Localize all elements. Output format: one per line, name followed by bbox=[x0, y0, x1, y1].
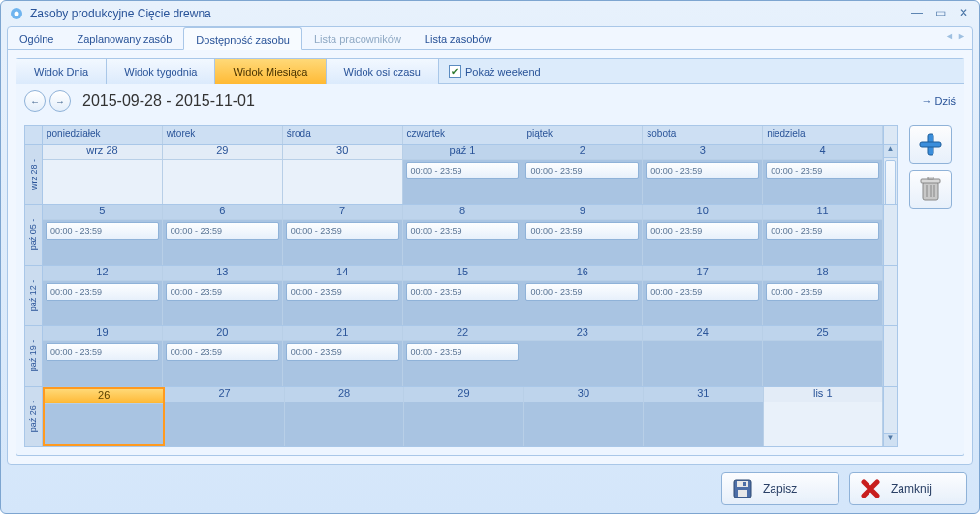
calendar-cell[interactable]: 700:00 - 23:59 bbox=[283, 205, 403, 264]
view-tab-1[interactable]: Widok tygodnia bbox=[107, 59, 215, 84]
main-tab-2[interactable]: Dostępność zasobu bbox=[183, 27, 302, 50]
calendar-cell[interactable]: 2100:00 - 23:59 bbox=[283, 326, 403, 385]
add-button[interactable] bbox=[909, 125, 952, 164]
calendar-cell[interactable]: 800:00 - 23:59 bbox=[403, 205, 523, 264]
close-button[interactable]: Zamknij bbox=[849, 472, 967, 505]
day-number: 7 bbox=[283, 205, 402, 220]
calendar-cell[interactable]: 24 bbox=[643, 326, 763, 385]
calendar-cell[interactable]: wrz 28 bbox=[43, 145, 163, 204]
day-number: 14 bbox=[283, 266, 402, 281]
calendar-cell[interactable]: 1000:00 - 23:59 bbox=[643, 205, 763, 264]
calendar-cell[interactable]: 31 bbox=[644, 387, 763, 446]
availability-entry[interactable]: 00:00 - 23:59 bbox=[46, 343, 159, 361]
view-tab-0[interactable]: Widok Dnia bbox=[16, 59, 107, 84]
calendar-cell[interactable]: 1600:00 - 23:59 bbox=[522, 266, 643, 325]
calendar-cell[interactable]: 28 bbox=[285, 387, 404, 446]
close-window-button[interactable]: ✕ bbox=[956, 7, 971, 20]
vertical-scrollbar[interactable]: ▲ bbox=[883, 145, 897, 204]
tab-next-icon[interactable]: ► bbox=[957, 31, 966, 45]
day-number: 12 bbox=[43, 266, 162, 281]
calendar-cell[interactable]: 1200:00 - 23:59 bbox=[43, 266, 163, 325]
calendar-cell[interactable]: 1300:00 - 23:59 bbox=[163, 266, 283, 325]
maximize-button[interactable]: ▭ bbox=[933, 7, 948, 20]
calendar-cell[interactable]: 200:00 - 23:59 bbox=[522, 145, 643, 204]
calendar-cell[interactable]: 23 bbox=[522, 326, 643, 385]
calendar-cell[interactable]: 26 bbox=[43, 387, 165, 446]
scroll-up-icon[interactable]: ▲ bbox=[884, 145, 897, 158]
next-period-button[interactable]: → bbox=[49, 90, 71, 112]
calendar-cell[interactable]: 1100:00 - 23:59 bbox=[763, 205, 883, 264]
calendar-cell[interactable]: 1800:00 - 23:59 bbox=[763, 266, 883, 325]
calendar-cell[interactable]: 1900:00 - 23:59 bbox=[43, 326, 163, 385]
availability-entry[interactable]: 00:00 - 23:59 bbox=[286, 343, 399, 361]
calendar-cell[interactable]: 500:00 - 23:59 bbox=[43, 205, 163, 264]
calendar-cell[interactable]: 1400:00 - 23:59 bbox=[283, 266, 403, 325]
availability-entry[interactable]: 00:00 - 23:59 bbox=[46, 283, 159, 301]
availability-entry[interactable]: 00:00 - 23:59 bbox=[166, 222, 279, 240]
availability-entry[interactable]: 00:00 - 23:59 bbox=[286, 283, 399, 301]
availability-entry[interactable]: 00:00 - 23:59 bbox=[166, 343, 279, 361]
save-label: Zapisz bbox=[763, 482, 797, 496]
scroll-down-icon[interactable]: ▼ bbox=[884, 433, 897, 446]
availability-entry[interactable]: 00:00 - 23:59 bbox=[286, 222, 399, 240]
calendar-cell[interactable]: 30 bbox=[283, 145, 403, 204]
availability-entry[interactable]: 00:00 - 23:59 bbox=[766, 162, 879, 179]
day-number: 27 bbox=[165, 387, 283, 402]
day-number: paź 1 bbox=[403, 145, 522, 160]
vertical-scrollbar[interactable] bbox=[883, 205, 897, 264]
calendar-cell[interactable]: paź 100:00 - 23:59 bbox=[403, 145, 523, 204]
availability-entry[interactable]: 00:00 - 23:59 bbox=[646, 162, 759, 179]
main-tab-0[interactable]: Ogólne bbox=[8, 27, 65, 50]
availability-entry[interactable]: 00:00 - 23:59 bbox=[646, 283, 759, 301]
vertical-scrollbar[interactable] bbox=[883, 326, 897, 385]
availability-entry[interactable]: 00:00 - 23:59 bbox=[766, 222, 879, 240]
vertical-scrollbar[interactable]: ▼ bbox=[883, 387, 897, 446]
save-button[interactable]: Zapisz bbox=[721, 472, 839, 505]
availability-entry[interactable]: 00:00 - 23:59 bbox=[766, 283, 879, 301]
main-tab-1[interactable]: Zaplanowany zasób bbox=[65, 27, 183, 50]
availability-entry[interactable]: 00:00 - 23:59 bbox=[525, 162, 639, 179]
svg-rect-6 bbox=[928, 177, 933, 179]
availability-entry[interactable]: 00:00 - 23:59 bbox=[406, 283, 520, 301]
day-number: 19 bbox=[43, 326, 162, 341]
availability-entry[interactable]: 00:00 - 23:59 bbox=[646, 222, 759, 240]
availability-entry[interactable]: 00:00 - 23:59 bbox=[406, 222, 520, 240]
prev-period-button[interactable]: ← bbox=[24, 90, 46, 112]
calendar-cell[interactable]: 1700:00 - 23:59 bbox=[643, 266, 763, 325]
calendar-cell[interactable]: 2000:00 - 23:59 bbox=[163, 326, 283, 385]
vertical-scrollbar[interactable] bbox=[883, 266, 897, 325]
calendar-cell[interactable]: 1500:00 - 23:59 bbox=[403, 266, 523, 325]
day-number: 9 bbox=[522, 205, 642, 220]
availability-entry[interactable]: 00:00 - 23:59 bbox=[406, 162, 520, 179]
availability-entry[interactable]: 00:00 - 23:59 bbox=[46, 222, 159, 240]
main-tab-4[interactable]: Lista zasobów bbox=[413, 27, 504, 50]
availability-panel: Widok DniaWidok tygodniaWidok MiesiącaWi… bbox=[16, 58, 964, 456]
day-number: 11 bbox=[763, 205, 882, 220]
delete-button[interactable] bbox=[909, 170, 952, 209]
calendar-cell[interactable]: 400:00 - 23:59 bbox=[763, 145, 883, 204]
show-weekend-checkbox[interactable]: ✔ Pokaż weekend bbox=[449, 65, 541, 78]
availability-entry[interactable]: 00:00 - 23:59 bbox=[525, 222, 639, 240]
calendar-cell[interactable]: 29 bbox=[163, 145, 283, 204]
calendar-cell[interactable]: 2200:00 - 23:59 bbox=[403, 326, 523, 385]
calendar-cell[interactable]: 600:00 - 23:59 bbox=[163, 205, 283, 264]
day-number: 16 bbox=[522, 266, 642, 281]
check-icon: ✔ bbox=[449, 65, 461, 78]
availability-entry[interactable]: 00:00 - 23:59 bbox=[166, 283, 279, 301]
calendar-cell[interactable]: 900:00 - 23:59 bbox=[522, 205, 643, 264]
tab-prev-icon[interactable]: ◄ bbox=[945, 31, 955, 45]
availability-entry[interactable]: 00:00 - 23:59 bbox=[406, 343, 520, 361]
calendar-cell[interactable]: 27 bbox=[165, 387, 284, 446]
calendar-cell[interactable]: 30 bbox=[524, 387, 644, 446]
view-tab-2[interactable]: Widok Miesiąca bbox=[215, 59, 326, 84]
availability-entry[interactable]: 00:00 - 23:59 bbox=[525, 283, 639, 301]
minimize-button[interactable]: — bbox=[909, 7, 925, 20]
calendar-cell[interactable]: lis 1 bbox=[764, 387, 883, 446]
view-tab-3[interactable]: Widok osi czasu bbox=[327, 59, 439, 84]
calendar-cell[interactable]: 29 bbox=[404, 387, 523, 446]
today-link[interactable]: → Dziś bbox=[922, 95, 956, 107]
calendar-cell[interactable]: 300:00 - 23:59 bbox=[643, 145, 763, 204]
day-header-0: poniedziałek bbox=[43, 126, 163, 144]
calendar-cell[interactable]: 25 bbox=[763, 326, 883, 385]
date-range-label: 2015-09-28 - 2015-11-01 bbox=[82, 92, 255, 110]
